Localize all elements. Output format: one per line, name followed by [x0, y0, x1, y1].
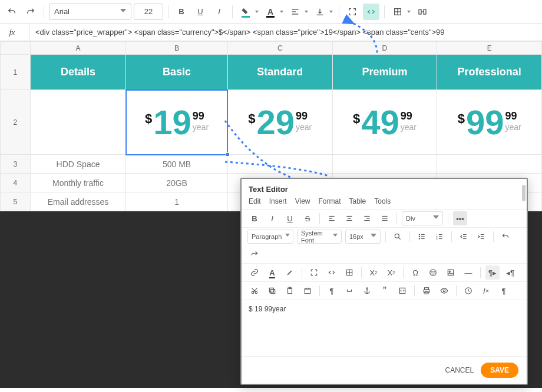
cell-D3[interactable] — [332, 155, 437, 174]
vertical-align-button[interactable] — [312, 4, 328, 20]
cell-A4[interactable]: Monthly traffic — [30, 174, 125, 192]
ed-textcolor-button[interactable]: A — [265, 265, 279, 280]
font-family-select[interactable]: Arial — [49, 4, 131, 20]
link-icon[interactable] — [247, 265, 262, 280]
block-type-select[interactable]: Div — [402, 211, 443, 225]
menu-insert[interactable]: Insert — [269, 197, 287, 205]
cell-A3[interactable]: HDD Space — [30, 155, 125, 174]
col-header-A[interactable]: A — [30, 42, 125, 55]
indent-icon[interactable] — [474, 230, 488, 244]
search-icon[interactable] — [391, 230, 405, 244]
col-header-D[interactable]: D — [332, 42, 437, 55]
code-icon[interactable] — [325, 265, 339, 280]
cell-D2[interactable]: $4999year — [332, 90, 437, 155]
cell-D1[interactable]: Premium — [332, 55, 437, 90]
menu-tools[interactable]: Tools — [374, 197, 391, 205]
col-header-B[interactable]: B — [126, 42, 228, 55]
cell-E3[interactable] — [437, 155, 542, 174]
redo-button[interactable] — [22, 4, 39, 20]
text-color-button[interactable]: A — [262, 4, 279, 20]
ed-strike-button[interactable]: S — [300, 211, 315, 225]
col-header-C[interactable]: C — [227, 42, 332, 55]
paste-icon[interactable] — [283, 284, 297, 298]
align-left-icon[interactable] — [325, 211, 339, 225]
merge-cells-button[interactable] — [414, 4, 431, 20]
table-icon[interactable] — [342, 265, 356, 280]
paragraph-icon[interactable]: ¶ — [497, 284, 511, 298]
horizontal-align-button[interactable] — [287, 4, 303, 20]
cell-C2[interactable]: $2999year — [227, 90, 332, 155]
subscript-icon[interactable]: X2 — [366, 265, 381, 280]
align-center-icon[interactable] — [342, 211, 356, 225]
ed-bold-button[interactable]: B — [247, 211, 262, 225]
bullet-list-icon[interactable] — [415, 230, 429, 244]
numbered-list-icon[interactable]: 123 — [432, 230, 447, 244]
cut-icon[interactable] — [247, 284, 262, 298]
clock-icon[interactable] — [461, 284, 475, 298]
html-edit-button[interactable] — [363, 4, 379, 20]
formula-input[interactable]: <div class="price_wrapper"> <span class=… — [29, 28, 542, 36]
copy-icon[interactable] — [265, 284, 279, 298]
row-header-2[interactable]: 2 — [1, 90, 31, 155]
scrollbar[interactable] — [522, 185, 526, 357]
selection-handle[interactable] — [226, 152, 230, 157]
print-icon[interactable] — [419, 284, 434, 298]
cell-E2[interactable]: $9999year — [437, 90, 542, 155]
paragraph-select[interactable]: Paragraph — [247, 230, 293, 244]
preview-icon[interactable] — [437, 284, 451, 298]
cell-B4[interactable]: 20GB — [126, 174, 228, 192]
cell-B1[interactable]: Basic — [126, 55, 228, 90]
menu-table[interactable]: Table — [349, 197, 366, 205]
codeblock-icon[interactable] — [395, 284, 409, 298]
save-button[interactable]: SAVE — [481, 363, 518, 378]
fullview-button[interactable] — [344, 4, 361, 20]
align-right-icon[interactable] — [360, 211, 374, 225]
editor-fontsize-select[interactable]: 16px — [345, 230, 381, 244]
cell-B5[interactable]: 1 — [126, 192, 228, 211]
outdent-icon[interactable] — [457, 230, 471, 244]
row-header-3[interactable]: 3 — [1, 155, 31, 174]
chevron-down-icon[interactable] — [406, 11, 412, 13]
ltr-icon[interactable]: ¶▸ — [485, 265, 500, 280]
fill-color-button[interactable] — [237, 4, 254, 20]
expand-icon[interactable] — [307, 265, 321, 280]
cell-A2[interactable] — [30, 90, 125, 155]
pilcrow-icon[interactable]: ¶ — [325, 284, 339, 298]
cell-C3[interactable] — [227, 155, 332, 174]
borders-button[interactable] — [389, 4, 406, 20]
emoji-icon[interactable] — [426, 265, 440, 280]
font-size-select[interactable]: 22 — [134, 4, 163, 20]
editor-content[interactable]: $ 19 99year — [242, 300, 527, 356]
quote-icon[interactable]: ” — [378, 284, 392, 298]
chevron-down-icon[interactable] — [328, 11, 334, 13]
editor-redo-button[interactable] — [247, 247, 262, 261]
chevron-down-icon[interactable] — [254, 11, 260, 13]
menu-edit[interactable]: Edit — [249, 197, 261, 205]
hr-icon[interactable]: — — [461, 265, 475, 280]
cell-C1[interactable]: Standard — [227, 55, 332, 90]
ed-italic-button[interactable]: I — [265, 211, 279, 225]
italic-button[interactable]: I — [211, 4, 227, 20]
chevron-down-icon[interactable] — [303, 11, 309, 13]
align-justify-icon[interactable] — [378, 211, 392, 225]
image-icon[interactable] — [444, 265, 458, 280]
cell-A1[interactable]: Details — [30, 55, 125, 90]
rtl-icon[interactable]: ◂¶ — [503, 265, 517, 280]
anchor-icon[interactable] — [360, 284, 374, 298]
cell-B3[interactable]: 500 MB — [126, 155, 228, 174]
bold-button[interactable]: B — [173, 4, 190, 20]
editor-font-select[interactable]: System Font — [297, 230, 342, 244]
nbsp-icon[interactable] — [342, 284, 356, 298]
cell-A5[interactable]: Email addresses — [30, 192, 125, 211]
corner-cell[interactable] — [1, 42, 31, 55]
ed-highlight-button[interactable] — [283, 265, 297, 280]
superscript-icon[interactable]: X2 — [384, 265, 398, 280]
row-header-4[interactable]: 4 — [1, 174, 31, 192]
menu-format[interactable]: Format — [319, 197, 341, 205]
menu-view[interactable]: View — [295, 197, 310, 205]
cancel-button[interactable]: CANCEL — [445, 366, 474, 374]
more-button[interactable]: ••• — [453, 211, 467, 225]
cell-B2[interactable]: $1999year — [126, 90, 228, 155]
row-header-5[interactable]: 5 — [1, 192, 31, 211]
col-header-E[interactable]: E — [437, 42, 542, 55]
